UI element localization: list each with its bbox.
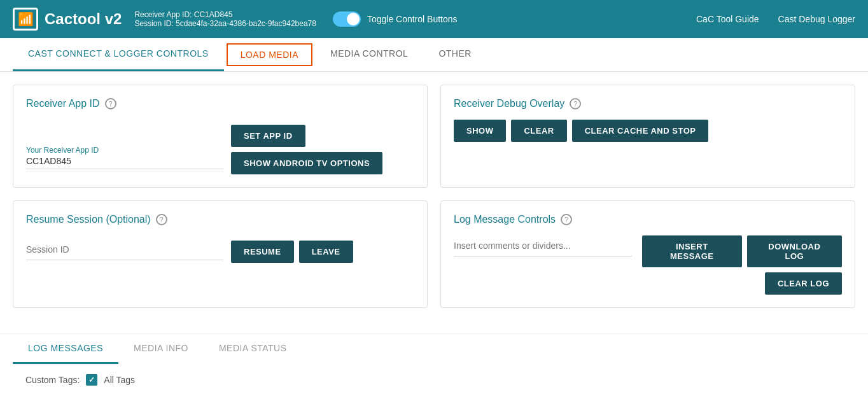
receiver-debug-help-icon[interactable]: ? — [570, 98, 581, 109]
bottom-tabs: LOG MESSAGES MEDIA INFO MEDIA STATUS — [13, 334, 855, 364]
clear-button[interactable]: CLEAR — [511, 120, 566, 142]
resume-session-title: Resume Session (Optional) ? — [26, 214, 414, 225]
cac-tool-guide-link[interactable]: CaC Tool Guide — [696, 14, 759, 24]
resume-session-content: RESUME LEAVE — [26, 235, 414, 263]
custom-tags-row: Custom Tags: All Tags — [13, 364, 855, 396]
receiver-app-id-input-group: Your Receiver App ID CC1AD845 — [26, 146, 223, 174]
receiver-debug-overlay-title: Receiver Debug Overlay ? — [454, 98, 842, 109]
tab-media-control[interactable]: MEDIA CONTROL — [315, 38, 423, 71]
receiver-app-id-content: Your Receiver App ID CC1AD845 SET APP ID… — [26, 120, 414, 174]
log-message-controls-title: Log Message Controls ? — [454, 214, 842, 225]
header-nav: CaC Tool Guide Cast Debug Logger — [696, 14, 855, 24]
log-message-help-icon[interactable]: ? — [561, 214, 572, 225]
receiver-app-id-card: Receiver App ID ? Your Receiver App ID C… — [13, 85, 428, 188]
bottom-section: LOG MESSAGES MEDIA INFO MEDIA STATUS Cus… — [0, 333, 868, 396]
bottom-cards-row: Resume Session (Optional) ? RESUME LEAVE… — [13, 200, 855, 308]
header-info: Receiver App ID: CC1AD845 Session ID: 5c… — [134, 10, 316, 28]
logo-icon: 📶 — [13, 8, 38, 31]
session-id-input[interactable] — [26, 239, 223, 260]
receiver-app-id-help-icon[interactable]: ? — [105, 98, 116, 109]
leave-button[interactable]: LEAVE — [299, 241, 353, 263]
toggle-label: Toggle Control Buttons — [367, 14, 458, 24]
log-buttons-row1: INSERT MESSAGE DOWNLOAD LOG — [642, 235, 842, 267]
session-id-header: Session ID: 5cdae4fa-32aa-4386-ba2c-9fac… — [134, 19, 316, 28]
set-app-id-button[interactable]: SET APP ID — [231, 125, 305, 147]
tab-cast-connect[interactable]: CAST CONNECT & LOGGER CONTROLS — [13, 38, 224, 71]
log-message-content: INSERT MESSAGE DOWNLOAD LOG CLEAR LOG — [454, 235, 842, 295]
receiver-app-id-value: CC1AD845 — [26, 156, 223, 169]
log-message-input[interactable] — [454, 235, 632, 256]
wifi-icon: 📶 — [18, 11, 34, 27]
custom-tags-label: Custom Tags: — [25, 375, 80, 385]
resume-session-buttons: RESUME LEAVE — [231, 241, 353, 263]
tab-load-media[interactable]: LOAD MEDIA — [227, 43, 312, 66]
bottom-tab-media-status[interactable]: MEDIA STATUS — [204, 334, 302, 364]
receiver-app-id-header: Receiver App ID: CC1AD845 — [134, 10, 316, 19]
all-tags-checkbox[interactable] — [86, 374, 97, 386]
receiver-debug-buttons: SHOW CLEAR CLEAR CACHE AND STOP — [454, 120, 842, 142]
resume-session-card: Resume Session (Optional) ? RESUME LEAVE — [13, 200, 428, 308]
all-tags-label: All Tags — [104, 375, 135, 385]
receiver-app-id-input-label: Your Receiver App ID — [26, 146, 223, 155]
log-buttons-row2: CLEAR LOG — [765, 272, 842, 295]
tab-other[interactable]: OTHER — [423, 38, 487, 71]
main-content: Receiver App ID ? Your Receiver App ID C… — [0, 72, 868, 333]
toggle-section: Toggle Control Buttons — [333, 11, 458, 27]
download-log-button[interactable]: DOWNLOAD LOG — [747, 235, 842, 267]
receiver-app-id-title: Receiver App ID ? — [26, 98, 414, 109]
resume-button[interactable]: RESUME — [231, 241, 294, 263]
show-button[interactable]: SHOW — [454, 120, 506, 142]
bottom-tab-log-messages[interactable]: LOG MESSAGES — [13, 334, 118, 364]
receiver-app-id-buttons: SET APP ID SHOW ANDROID TV OPTIONS — [231, 125, 414, 174]
log-message-controls-card: Log Message Controls ? INSERT MESSAGE DO… — [440, 200, 855, 308]
clear-log-button[interactable]: CLEAR LOG — [765, 272, 842, 295]
main-tabs: CAST CONNECT & LOGGER CONTROLS LOAD MEDI… — [0, 38, 868, 72]
log-controls-right: INSERT MESSAGE DOWNLOAD LOG CLEAR LOG — [642, 235, 842, 295]
logo: 📶 Cactool v2 — [13, 8, 122, 31]
cast-debug-logger-link[interactable]: Cast Debug Logger — [778, 14, 855, 24]
top-cards-row: Receiver App ID ? Your Receiver App ID C… — [13, 85, 855, 188]
resume-session-help-icon[interactable]: ? — [156, 214, 167, 225]
clear-cache-stop-button[interactable]: CLEAR CACHE AND STOP — [572, 120, 709, 142]
receiver-debug-overlay-card: Receiver Debug Overlay ? SHOW CLEAR CLEA… — [440, 85, 855, 188]
logo-text: Cactool v2 — [45, 10, 122, 28]
app-header: 📶 Cactool v2 Receiver App ID: CC1AD845 S… — [0, 0, 868, 38]
bottom-tab-media-info[interactable]: MEDIA INFO — [118, 334, 204, 364]
insert-message-button[interactable]: INSERT MESSAGE — [642, 235, 742, 267]
toggle-switch[interactable] — [333, 11, 361, 27]
show-android-tv-options-button[interactable]: SHOW ANDROID TV OPTIONS — [231, 152, 382, 174]
